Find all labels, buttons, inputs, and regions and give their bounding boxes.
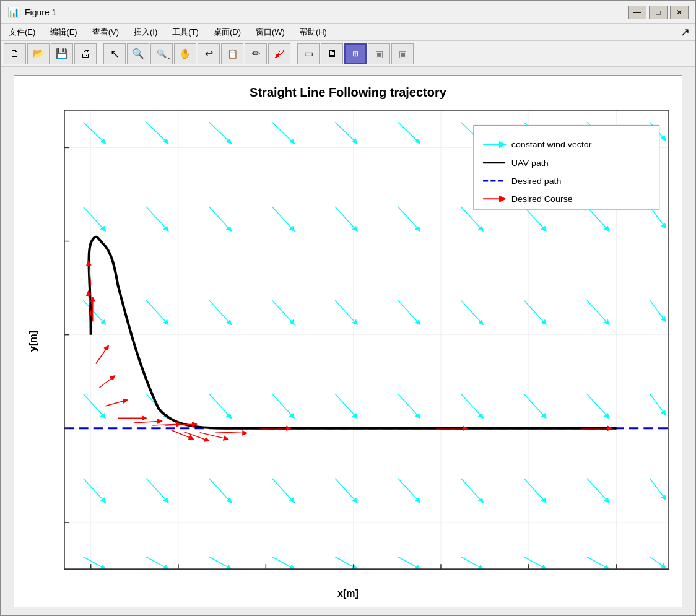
print-button[interactable]: 🖨 (74, 43, 97, 64)
plot-area: Straight Line Following trajectory y[m] (1, 67, 695, 615)
legend-course-label: Desired Course (511, 194, 573, 204)
window-icon: 📊 (7, 6, 20, 18)
plot-title: Straight Line Following trajectory (250, 85, 446, 100)
dock-button[interactable]: ▣ (391, 43, 414, 64)
menu-window[interactable]: 窗口(W) (253, 25, 287, 39)
menu-insert[interactable]: 插入(I) (131, 25, 160, 39)
grid-button[interactable]: ⊞ (344, 43, 367, 64)
axes-area[interactable]: constant wind vector UAV path Desired pa… (64, 110, 669, 570)
menu-bar: 文件(E) 编辑(E) 查看(V) 插入(I) 工具(T) 桌面(D) 窗口(W… (1, 24, 695, 41)
rotate-button[interactable]: ↩ (198, 43, 220, 64)
y-axis-label: y[m] (28, 331, 39, 352)
menu-edit[interactable]: 编辑(E) (48, 25, 79, 39)
close-button[interactable]: ✕ (670, 6, 689, 19)
link-button[interactable]: 🖌 (268, 43, 290, 64)
data-cursor-button[interactable]: 📋 (221, 43, 243, 64)
new-figure-button[interactable]: 🗋 (4, 43, 26, 64)
zoom-in-button[interactable]: 🔍 (127, 43, 149, 64)
maximize-button[interactable]: □ (649, 6, 668, 19)
legend-desired-label: Desired path (511, 176, 562, 186)
matlab-window: 📊 Figure 1 — □ ✕ 文件(E) 编辑(E) 查看(V) 插入(I)… (0, 0, 696, 616)
subplot-button[interactable]: ▣ (368, 43, 390, 64)
toolbar: 🗋 📂 💾 🖨 ↖ 🔍 🔍- ✋ ↩ 📋 ✏ 🖌 ▭ 🖥 ⊞ ▣ ▣ (1, 41, 695, 67)
layout-button[interactable]: 🖥 (321, 43, 343, 64)
open-button[interactable]: 📂 (27, 43, 50, 64)
legend-wind-label: constant wind vector (511, 139, 592, 149)
x-axis-label: x[m] (337, 588, 359, 599)
menu-tools[interactable]: 工具(T) (170, 25, 201, 39)
figure-container: Straight Line Following trajectory y[m] (14, 75, 682, 607)
menu-help[interactable]: 帮助(H) (297, 25, 329, 39)
minimize-button[interactable]: — (628, 6, 646, 19)
legend-uav-label: UAV path (511, 157, 549, 167)
title-bar: 📊 Figure 1 — □ ✕ (1, 1, 695, 24)
window-title: Figure 1 (25, 7, 56, 17)
save-button[interactable]: 💾 (51, 43, 73, 64)
brush-button[interactable]: ✏ (245, 43, 267, 64)
sidebar-toggle[interactable]: ↗ (681, 25, 690, 39)
plot-svg: constant wind vector UAV path Desired pa… (64, 110, 669, 569)
select-button[interactable]: ↖ (103, 43, 126, 64)
zoom-out-button[interactable]: 🔍- (150, 43, 173, 64)
menu-desktop[interactable]: 桌面(D) (211, 25, 243, 39)
menu-view[interactable]: 查看(V) (90, 25, 121, 39)
menu-file[interactable]: 文件(E) (6, 25, 38, 39)
pan-button[interactable]: ✋ (174, 43, 196, 64)
insert-colorbar-button[interactable]: ▭ (297, 43, 320, 64)
